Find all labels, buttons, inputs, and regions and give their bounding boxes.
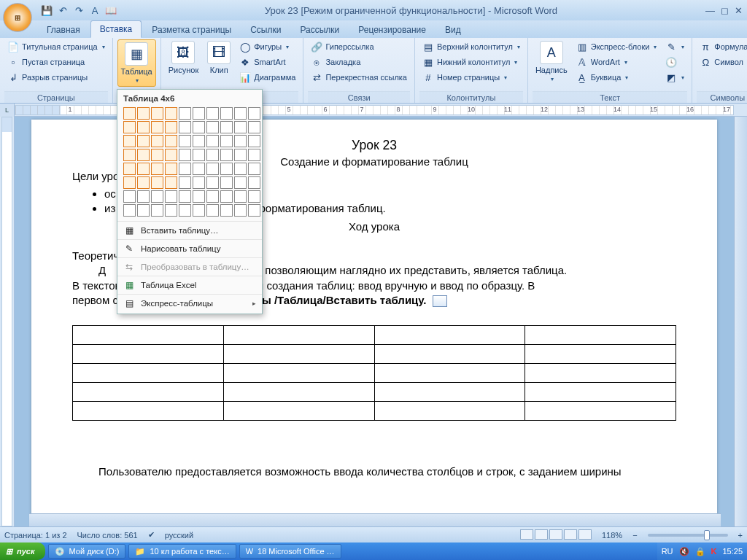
grid-cell[interactable]	[248, 135, 260, 147]
redo-icon[interactable]: ↷	[73, 4, 85, 16]
pagenumber-button[interactable]: #Номер страницы▾	[419, 70, 523, 85]
object-button[interactable]: ◩▾	[662, 70, 687, 85]
grid-cell[interactable]	[137, 190, 150, 203]
picture-button[interactable]: 🖼Рисунок	[166, 39, 202, 76]
datetime-button[interactable]: 🕓	[662, 55, 687, 69]
tab-selector[interactable]: L	[0, 104, 15, 117]
clock[interactable]: 15:25	[722, 547, 743, 556]
grid-cell[interactable]	[137, 204, 150, 217]
taskbar-item[interactable]: 📁10 кл работа с текс…	[128, 544, 236, 559]
equation-button[interactable]: πФормула▾	[697, 39, 747, 54]
vertical-scrollbar[interactable]	[734, 117, 747, 526]
textbox-button[interactable]: AНадпись▾	[533, 39, 570, 84]
grid-cell[interactable]	[220, 190, 233, 203]
grid-cell[interactable]	[137, 176, 150, 189]
blank-page-button[interactable]: ▫Пустая страница	[4, 55, 108, 69]
footer-button[interactable]: ▦Нижний колонтитул▾	[419, 55, 523, 69]
grid-cell[interactable]	[248, 204, 260, 217]
zoom-in-button[interactable]: +	[738, 531, 743, 540]
grid-cell[interactable]	[179, 135, 191, 147]
grid-cell[interactable]	[123, 121, 136, 133]
grid-cell[interactable]	[193, 107, 205, 120]
dropcap-button[interactable]: A̲Буквица▾	[573, 70, 660, 85]
sigline-button[interactable]: ✎▾	[662, 39, 687, 54]
zoom-out-button[interactable]: −	[632, 531, 637, 540]
tab-references[interactable]: Ссылки	[241, 22, 290, 38]
table-grid[interactable]	[117, 106, 262, 221]
menu-draw-table[interactable]: ✎Нарисовать таблицу	[117, 239, 262, 257]
grid-cell[interactable]	[220, 121, 233, 133]
grid-cell[interactable]	[206, 163, 219, 175]
grid-cell[interactable]	[248, 176, 260, 189]
grid-cell[interactable]	[248, 190, 260, 203]
grid-cell[interactable]	[193, 121, 205, 133]
crossref-button[interactable]: ⇄Перекрестная ссылка	[308, 70, 410, 85]
vertical-ruler[interactable]	[0, 117, 15, 526]
grid-cell[interactable]	[165, 135, 177, 147]
grid-cell[interactable]	[193, 176, 205, 189]
grid-cell[interactable]	[123, 135, 136, 147]
wordart-button[interactable]: 𝔸WordArt▾	[573, 55, 660, 69]
grid-cell[interactable]	[165, 121, 177, 133]
grid-cell[interactable]	[151, 135, 163, 147]
grid-cell[interactable]	[165, 107, 177, 120]
grid-cell[interactable]	[193, 135, 205, 147]
grid-cell[interactable]	[123, 190, 136, 203]
grid-cell[interactable]	[123, 176, 136, 189]
grid-cell[interactable]	[179, 163, 191, 175]
grid-cell[interactable]	[206, 107, 219, 120]
grid-cell[interactable]	[179, 107, 191, 120]
grid-cell[interactable]	[151, 204, 163, 217]
grid-cell[interactable]	[151, 149, 163, 161]
status-page[interactable]: Страница: 1 из 2	[4, 531, 67, 540]
grid-cell[interactable]	[123, 149, 136, 161]
reading-icon[interactable]: 📖	[105, 4, 117, 16]
grid-cell[interactable]	[151, 190, 163, 203]
grid-cell[interactable]	[220, 135, 233, 147]
grid-cell[interactable]	[234, 149, 247, 161]
grid-cell[interactable]	[234, 190, 247, 203]
grid-cell[interactable]	[179, 121, 191, 133]
grid-cell[interactable]	[151, 107, 163, 120]
grid-cell[interactable]	[165, 190, 177, 203]
tab-review[interactable]: Рецензирование	[349, 22, 435, 38]
header-button[interactable]: ▤Верхний колонтитул▾	[419, 39, 523, 54]
grid-cell[interactable]	[234, 107, 247, 120]
tab-mailings[interactable]: Рассылки	[291, 22, 348, 38]
grid-cell[interactable]	[137, 107, 150, 120]
grid-cell[interactable]	[220, 149, 233, 161]
smartart-button[interactable]: ❖SmartArt	[236, 55, 298, 69]
grid-cell[interactable]	[123, 107, 136, 120]
grid-cell[interactable]	[137, 163, 150, 175]
save-icon[interactable]: 💾	[41, 4, 53, 16]
minimize-button[interactable]: —	[705, 5, 715, 16]
grid-cell[interactable]	[248, 163, 260, 175]
grid-cell[interactable]	[123, 204, 136, 217]
grid-cell[interactable]	[220, 163, 233, 175]
chart-button[interactable]: 📊Диаграмма	[236, 70, 298, 85]
hyperlink-button[interactable]: 🔗Гиперссылка	[308, 39, 410, 54]
grid-cell[interactable]	[248, 149, 260, 161]
tray-icon[interactable]: 🔒	[695, 547, 705, 556]
office-button[interactable]: ⊞	[3, 3, 32, 32]
grid-cell[interactable]	[193, 149, 205, 161]
undo-icon[interactable]: ↶	[57, 4, 69, 16]
grid-cell[interactable]	[220, 204, 233, 217]
grid-cell[interactable]	[179, 149, 191, 161]
grid-cell[interactable]	[206, 135, 219, 147]
zoom-slider[interactable]	[648, 534, 728, 537]
grid-cell[interactable]	[137, 149, 150, 161]
grid-cell[interactable]	[234, 135, 247, 147]
tray-icon[interactable]: 🔇	[679, 547, 689, 556]
status-wordcount[interactable]: Число слов: 561	[77, 531, 138, 540]
grid-cell[interactable]	[179, 190, 191, 203]
grid-cell[interactable]	[193, 190, 205, 203]
grid-cell[interactable]	[151, 121, 163, 133]
symbol-button[interactable]: ΩСимвол▾	[697, 55, 747, 69]
horizontal-scrollbar[interactable]	[29, 513, 721, 526]
grid-cell[interactable]	[206, 121, 219, 133]
font-icon[interactable]: A	[89, 4, 101, 16]
grid-cell[interactable]	[193, 204, 205, 217]
grid-cell[interactable]	[206, 190, 219, 203]
menu-express-tables[interactable]: ▤Экспресс-таблицы▸	[117, 294, 262, 312]
